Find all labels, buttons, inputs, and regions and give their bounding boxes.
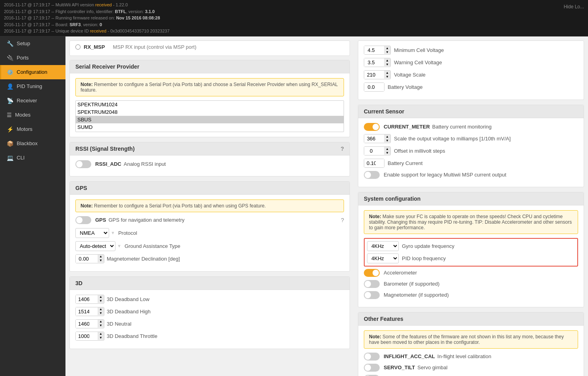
blackbox-icon: 📦 [7, 140, 13, 147]
neutral-label: 3D Neutral [107, 321, 131, 327]
deadband-low-down[interactable]: ▼ [98, 299, 104, 303]
throttle-input[interactable]: ▲ ▼ [75, 332, 104, 341]
warning-voltage-down[interactable]: ▼ [384, 62, 390, 66]
softserial-toggle[interactable] [364, 375, 380, 376]
current-meter-row: CURRENT_METER Battery current monitoring [364, 123, 578, 131]
gyro-freq-select[interactable]: 1KHz 2KHz 4KHz 8KHz [367, 241, 399, 251]
inflight-acc-desc: In-flight level calibration [437, 353, 491, 359]
serial-receiver-list[interactable]: SPEKTRUM1024 SPEKTRUM2048 SBUS SUMD [75, 100, 344, 132]
rx-msp-radio[interactable] [75, 44, 81, 50]
pid-freq-row: 1KHz 2KHz 4KHz 8KHz PID loop frequency [367, 253, 575, 263]
scale-input[interactable]: ▲ ▼ [364, 134, 391, 143]
offset-input[interactable]: ▲ ▼ [364, 146, 391, 155]
system-config-note: Note: Make sure your FC is capable to op… [364, 210, 578, 234]
offset-row: ▲ ▼ Offset in millivolt steps [364, 146, 578, 155]
scale-up[interactable]: ▲ [384, 134, 390, 138]
sidebar-label-modes: Modes [15, 112, 31, 118]
neutral-down[interactable]: ▼ [98, 324, 104, 328]
sidebar-item-ports[interactable]: 🔌 Ports [0, 51, 65, 65]
other-features-header: Other Features [358, 313, 584, 326]
gps-mag-up[interactable]: ▲ [98, 255, 104, 259]
battery-voltage-value[interactable] [364, 83, 384, 91]
sidebar-item-motors[interactable]: ⚡ Motors [0, 122, 65, 136]
hide-log-button[interactable]: Hide Lo... [564, 4, 584, 10]
accelerometer-toggle[interactable] [364, 269, 380, 277]
barometer-toggle[interactable] [364, 280, 380, 288]
warning-voltage-input[interactable]: ▲ ▼ [364, 58, 391, 67]
gyro-freq-label: Gyro update frequency [402, 243, 454, 249]
threed-section: 3D ▲ ▼ 3D Deadband Low [69, 276, 350, 349]
sidebar-label-pid: PID Tuning [17, 83, 42, 89]
receiver-icon: 📡 [7, 98, 13, 104]
scale-down[interactable]: ▼ [384, 138, 390, 142]
warning-voltage-up[interactable]: ▲ [384, 58, 390, 62]
min-cell-stepper: ▲ ▼ [384, 46, 390, 54]
offset-value[interactable] [364, 147, 384, 155]
throttle-down[interactable]: ▼ [98, 336, 104, 340]
battery-voltage-input[interactable] [364, 82, 384, 92]
sidebar-item-configuration[interactable]: ⚙️ Configuration [0, 65, 65, 79]
voltage-scale-row: ▲ ▼ Voltage Scale [364, 70, 578, 79]
magnetometer-toggle[interactable] [364, 291, 380, 299]
sidebar-item-modes[interactable]: ☰ Modes [0, 108, 65, 122]
deadband-high-down[interactable]: ▼ [98, 311, 104, 315]
voltage-scale-value[interactable] [364, 71, 384, 79]
voltage-scale-up[interactable]: ▲ [384, 71, 390, 75]
current-meter-toggle[interactable] [364, 123, 380, 131]
sidebar-item-blackbox[interactable]: 📦 Blackbox [0, 136, 65, 151]
rssi-adc-toggle[interactable] [75, 160, 91, 168]
gps-mag-value[interactable] [76, 255, 98, 263]
battery-current-value[interactable] [364, 159, 384, 167]
neutral-up[interactable]: ▲ [98, 320, 104, 324]
gps-ground-label: Ground Assistance Type [125, 243, 181, 249]
min-cell-down[interactable]: ▼ [384, 50, 390, 54]
scale-value[interactable] [364, 134, 384, 143]
gps-ground-select[interactable]: Auto-detect Manual [75, 241, 115, 251]
log-bar: 2016-11-17 @ 17:19:17 -- MultiWii API ve… [0, 0, 588, 36]
gps-toggle[interactable] [75, 216, 91, 224]
inflight-acc-toggle[interactable] [364, 353, 380, 361]
legacy-toggle[interactable] [364, 171, 380, 179]
deadband-high-row: ▲ ▼ 3D Deadband High [75, 307, 344, 316]
deadband-low-label: 3D Deadband Low [107, 296, 150, 302]
sidebar-item-setup[interactable]: 🔧 Setup [0, 36, 65, 51]
servo-tilt-toggle[interactable] [364, 364, 380, 372]
sidebar-item-cli[interactable]: 💻 CLI [0, 151, 65, 165]
throttle-label: 3D Deadband Throttle [107, 333, 158, 339]
gps-protocol-select[interactable]: NMEA UBLOX I2C-NAV NAZA [75, 228, 109, 238]
throttle-value[interactable] [76, 332, 98, 340]
warning-voltage-value[interactable] [364, 58, 384, 67]
sidebar-label-receiver: Receiver [17, 98, 37, 104]
sidebar-item-receiver[interactable]: 📡 Receiver [0, 94, 65, 108]
deadband-high-value[interactable] [76, 307, 98, 316]
sidebar-item-pid-tuning[interactable]: 👤 PID Tuning [0, 79, 65, 94]
accelerometer-label: Accelerometer [384, 270, 417, 276]
setup-icon: 🔧 [7, 40, 13, 47]
gps-mag-down[interactable]: ▼ [98, 259, 104, 263]
neutral-input[interactable]: ▲ ▼ [75, 319, 104, 328]
battery-current-input[interactable] [364, 159, 384, 168]
deadband-low-up[interactable]: ▲ [98, 295, 104, 299]
voltage-scale-input[interactable]: ▲ ▼ [364, 70, 391, 79]
neutral-value[interactable] [76, 320, 98, 328]
deadband-high-up[interactable]: ▲ [98, 307, 104, 311]
barometer-row: Barometer (if supported) [364, 280, 578, 288]
cli-icon: 💻 [7, 155, 13, 161]
voltage-scale-down[interactable]: ▼ [384, 75, 390, 79]
deadband-low-input[interactable]: ▲ ▼ [75, 295, 104, 304]
rssi-adc-row: RSSI_ADC Analog RSSI input [75, 160, 344, 168]
pid-freq-select[interactable]: 1KHz 2KHz 4KHz 8KHz [367, 253, 399, 263]
throttle-up[interactable]: ▲ [98, 332, 104, 336]
offset-up[interactable]: ▲ [384, 147, 390, 151]
deadband-high-input[interactable]: ▲ ▼ [75, 307, 104, 316]
offset-down[interactable]: ▼ [384, 151, 390, 155]
battery-current-row: Battery Current [364, 159, 578, 168]
deadband-low-value[interactable] [76, 295, 98, 303]
rssi-help-icon[interactable]: ? [340, 146, 344, 152]
min-cell-input[interactable]: ▲ ▼ [364, 46, 391, 55]
min-cell-value[interactable] [364, 46, 384, 54]
log-line-4: 2016-11-17 @ 17:19:17 -- Board: SRF3, ve… [4, 21, 584, 28]
min-cell-up[interactable]: ▲ [384, 46, 390, 50]
gps-help-icon[interactable]: ? [341, 217, 344, 223]
gps-mag-input[interactable]: ▲ ▼ [75, 254, 104, 263]
